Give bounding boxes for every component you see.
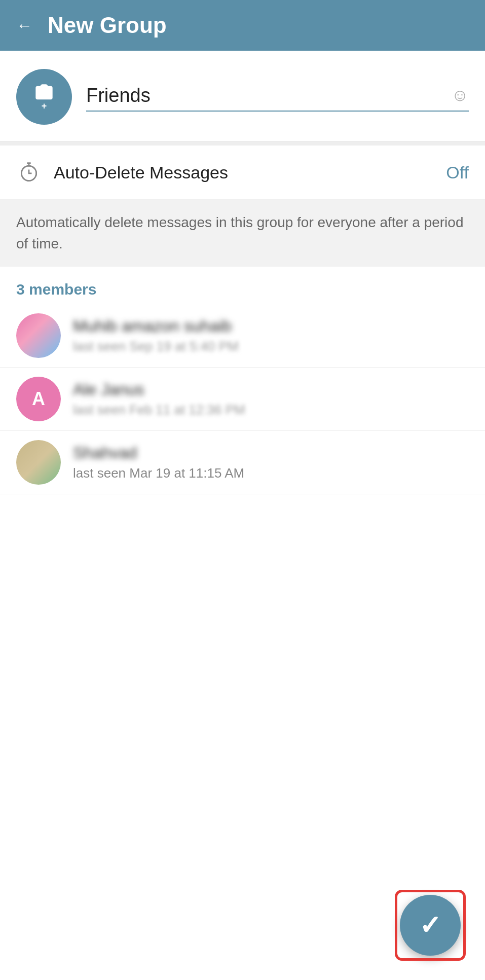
back-button[interactable]: ← <box>16 17 32 33</box>
timer-icon <box>16 160 42 185</box>
emoji-picker-button[interactable]: ☺ <box>451 85 469 105</box>
member-name: Ale Janus <box>73 380 469 399</box>
add-photo-icon: + <box>42 101 47 112</box>
group-name-input[interactable] <box>86 83 469 112</box>
auto-delete-label: Auto-Delete Messages <box>54 163 434 183</box>
member-name: Shahvad <box>73 444 469 462</box>
member-status: last seen Mar 19 at 11:15 AM <box>73 465 469 481</box>
list-item[interactable]: Shahvad last seen Mar 19 at 11:15 AM <box>0 431 485 494</box>
auto-delete-row[interactable]: Auto-Delete Messages Off <box>0 146 485 200</box>
fab-highlight <box>395 890 466 961</box>
list-item[interactable]: Muhib amazon suhaib last seen Sep 19 at … <box>0 304 485 368</box>
avatar-upload-button[interactable]: + <box>16 69 72 125</box>
avatar: A <box>16 377 61 421</box>
group-name-input-wrapper: ☺ <box>86 83 469 112</box>
members-count: 3 members <box>16 281 96 298</box>
member-info: Muhib amazon suhaib last seen Sep 19 at … <box>73 317 469 354</box>
section-divider <box>0 141 485 146</box>
avatar <box>16 440 61 485</box>
member-name: Muhib amazon suhaib <box>73 317 469 336</box>
fab-wrapper: ✓ <box>400 895 461 956</box>
members-header: 3 members <box>0 267 485 304</box>
member-status: last seen Sep 19 at 5:40 PM <box>73 339 469 354</box>
camera-icon <box>33 83 55 103</box>
member-status: last seen Feb 11 at 12:36 PM <box>73 402 469 418</box>
header: ← New Group <box>0 0 485 51</box>
auto-delete-description: Automatically delete messages in this gr… <box>0 200 485 267</box>
auto-delete-value: Off <box>446 163 469 183</box>
page-title: New Group <box>48 13 167 38</box>
avatar <box>16 313 61 358</box>
group-name-section: + ☺ <box>0 51 485 141</box>
list-item[interactable]: A Ale Janus last seen Feb 11 at 12:36 PM <box>0 368 485 431</box>
members-section: 3 members Muhib amazon suhaib last seen … <box>0 267 485 494</box>
member-info: Ale Janus last seen Feb 11 at 12:36 PM <box>73 380 469 418</box>
member-info: Shahvad last seen Mar 19 at 11:15 AM <box>73 444 469 481</box>
